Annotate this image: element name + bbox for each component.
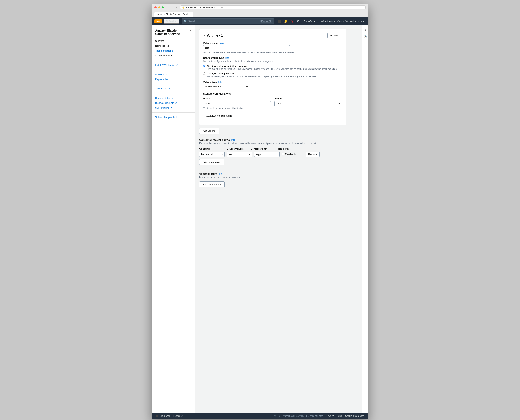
account-menu[interactable]: AWSAdministratorAccess/mish@devzero.io ▾ (319, 19, 365, 23)
sidebar-item-subscriptions[interactable]: Subscriptions ↗ (152, 105, 195, 110)
driver-input[interactable] (203, 101, 271, 106)
repos-external-icon: ↗ (169, 78, 171, 80)
radio-deploy-desc: You can configure 1 Amazon EBS volume wh… (207, 75, 317, 78)
config-type-group: Configuration type Info Choose to config… (203, 57, 342, 78)
sidebar-item-ecr[interactable]: Amazon ECR ↗ (152, 72, 195, 77)
volume-type-select[interactable]: Docker volume Bind mount Amazon EFS Amaz… (203, 84, 250, 89)
sidebar-feedback-label: Tell us what you think (155, 116, 178, 119)
container-mount-points-section: Container mount points Info For each dat… (199, 138, 346, 169)
config-type-desc: Choose to configure a volume in the task… (203, 60, 342, 62)
sidebar-repositories-label: Repositories (155, 78, 168, 81)
external-link-icon: ↗ (176, 64, 178, 66)
footer-cookie-link[interactable]: Cookie preferences (345, 415, 364, 417)
subs-external-icon: ↗ (170, 107, 172, 109)
remove-volume-button[interactable]: Remove (327, 33, 342, 38)
bell-icon-btn[interactable]: 🔔 (283, 18, 289, 24)
sidebar-item-feedback[interactable]: Tell us what you think (152, 115, 195, 120)
footer-feedback-label: Feedback (173, 415, 183, 417)
sidebar-item-batch[interactable]: AWS Batch ↗ (152, 86, 195, 91)
footer-terms-link[interactable]: Terms (336, 415, 342, 417)
right-info-button[interactable]: ℹ (363, 28, 368, 33)
collapse-arrow-icon[interactable]: ▼ (203, 34, 205, 37)
radio-task-def-input[interactable] (203, 65, 205, 68)
volume-name-info-link[interactable]: Info (220, 42, 224, 45)
add-volume-from-button[interactable]: Add volume from (199, 181, 225, 188)
source-vol-col-label: Source volume (227, 148, 248, 150)
right-clock-button[interactable]: 🕐 (363, 34, 368, 39)
mount-points-info-link[interactable]: Info (231, 138, 235, 141)
radio-option-task-def: Configure at task definition creation Bi… (203, 65, 342, 70)
radio-task-def-desc: Bind mount, Docker, Amazon EFS and Amazo… (207, 68, 337, 70)
read-only-label: Read only (285, 153, 296, 156)
config-type-info-link[interactable]: Info (225, 57, 230, 59)
main-layout: Amazon Elastic Container Service × Clust… (152, 25, 368, 413)
back-button[interactable]: ‹ (168, 5, 172, 9)
scope-col: Scope Task Shared (275, 97, 342, 110)
terminal-icon-btn[interactable]: ⬛ (276, 18, 282, 24)
search-icon: 🔍 (184, 20, 187, 22)
volume-type-info-link[interactable]: Info (218, 81, 222, 83)
search-bar[interactable]: 🔍 [Option+S] (182, 18, 274, 24)
close-dot[interactable] (155, 6, 157, 8)
content-inner: ▼ Volume - 1 Remove Volume name Info Up … (195, 25, 350, 194)
search-shortcut: [Option+S] (260, 20, 272, 22)
region-selector[interactable]: Frankfurt ▾ (303, 19, 317, 23)
forward-button[interactable]: › (174, 5, 179, 9)
sidebar-item-discover[interactable]: Discover products ↗ (152, 100, 195, 105)
sidebar-item-copilot[interactable]: Install AWS Copilot ↗ (152, 62, 195, 68)
footer-left: ⬛ CloudShell Feedback (156, 415, 183, 417)
sidebar-item-namespaces[interactable]: Namespaces (152, 43, 195, 48)
maximize-dot[interactable] (162, 6, 164, 8)
sidebar-batch-label: AWS Batch (155, 87, 167, 90)
aws-top-nav: aws ⊞ Services 🔍 [Option+S] ⬛ 🔔 ❓ ⚙ Fran… (152, 17, 368, 25)
sidebar-item-repositories[interactable]: Repositories ↗ (152, 77, 195, 82)
minimize-dot[interactable] (158, 6, 160, 8)
address-bar[interactable]: 🔒 eu-central-1.console.aws.amazon.com (180, 5, 365, 9)
volume-name-group: Volume name Info Up to 255 letters (uppe… (203, 42, 342, 54)
region-label: Frankfurt (304, 20, 313, 22)
help-icon-btn[interactable]: ❓ (289, 18, 295, 24)
sidebar-close-button[interactable]: × (190, 29, 191, 32)
volumes-from-info-link[interactable]: Info (219, 172, 223, 175)
remove-mount-button[interactable]: Remove (305, 152, 320, 157)
volume-header: ▼ Volume - 1 Remove (203, 33, 342, 38)
footer-right: © 2024, Amazon Web Services, Inc. or its… (275, 415, 364, 417)
container-path-input[interactable] (254, 152, 280, 157)
radio-deploy-input[interactable] (203, 73, 205, 75)
settings-icon-btn[interactable]: ⚙ (296, 18, 300, 24)
footer-copyright: © 2024, Amazon Web Services, Inc. or its… (275, 415, 324, 417)
container-col-label: Container (199, 148, 225, 150)
sidebar-item-account-settings[interactable]: Account settings (152, 53, 195, 58)
feedback-button[interactable]: Feedback (173, 415, 183, 417)
search-input[interactable] (188, 20, 259, 22)
read-only-checkbox-group: Read only (282, 153, 303, 156)
volume-name-input[interactable] (203, 45, 290, 50)
driver-label: Driver (203, 97, 271, 100)
sidebar-item-documentation[interactable]: Documentation ↗ (152, 96, 195, 100)
add-mount-point-button[interactable]: Add mount point (199, 159, 224, 165)
read-only-checkbox[interactable] (282, 153, 284, 155)
radio-deploy-label: Configure at deployment (207, 72, 317, 75)
sidebar-copilot-label: Install AWS Copilot (155, 64, 175, 66)
sidebar-item-clusters[interactable]: Clusters (152, 38, 195, 43)
mount-points-title: Container mount points Info (199, 138, 346, 141)
source-volume-select[interactable]: test (227, 152, 252, 157)
browser-tab[interactable]: Amazon Elastic Container Service (155, 12, 193, 17)
footer: ⬛ CloudShell Feedback © 2024, Amazon Web… (152, 413, 368, 419)
cloudshell-button[interactable]: ⬛ CloudShell (156, 415, 170, 417)
volume-title-text: Volume - 1 (207, 34, 223, 38)
volume-name-hint: Up to 255 letters (uppercase and lowerca… (203, 51, 342, 54)
sidebar-docs-label: Documentation (155, 97, 171, 99)
scope-select[interactable]: Task Shared (275, 101, 342, 106)
sidebar-ecr-label: Amazon ECR (155, 73, 170, 76)
sidebar-subscriptions-label: Subscriptions (155, 106, 169, 109)
sidebar-item-task-definitions[interactable]: Task definitions (152, 48, 195, 53)
cloudshell-label: CloudShell (160, 415, 170, 417)
container-select[interactable]: hello-world (199, 152, 225, 157)
driver-scope-row: Driver Must match the name provided by D… (203, 97, 342, 110)
services-menu[interactable]: ⊞ Services (164, 19, 179, 24)
add-volume-button[interactable]: Add volume (199, 128, 219, 134)
footer-privacy-link[interactable]: Privacy (327, 415, 334, 417)
volume-name-label: Volume name Info (203, 42, 342, 45)
advanced-config-button[interactable]: Advanced configurations (203, 113, 235, 118)
